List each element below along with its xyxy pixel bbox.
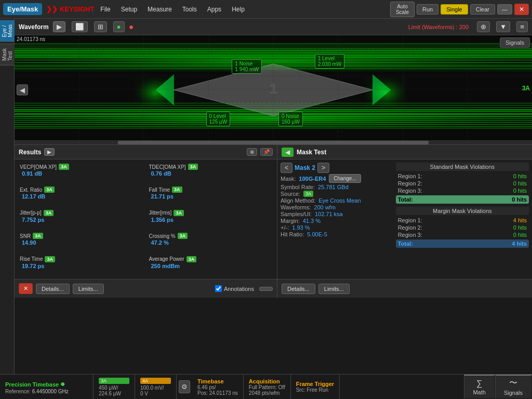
mask-source-badge: 3A bbox=[303, 191, 313, 197]
signals-dropdown[interactable]: Signals bbox=[500, 37, 530, 48]
settings-button[interactable]: ⚙ bbox=[179, 380, 190, 393]
std-region1-value: 0 hits bbox=[513, 173, 527, 179]
result-fall-time-value: 21.71 ps bbox=[149, 193, 272, 200]
result-rise-time-badge: 3A bbox=[45, 256, 55, 262]
results-limits-btn[interactable]: Limits... bbox=[73, 284, 104, 294]
eye-diagram: 1 bbox=[15, 35, 532, 144]
annotation-1-level-label: 1 Level bbox=[318, 56, 342, 61]
std-region2-label: Region 2: bbox=[398, 180, 422, 187]
margin-total-label: Total: bbox=[398, 241, 413, 247]
result-jitter-rms: Jitter[rms] 3A 1.356 ps bbox=[147, 209, 274, 230]
run-button[interactable]: Run bbox=[417, 4, 438, 15]
signals-label: Signals bbox=[504, 390, 523, 396]
align-label: Align Method: bbox=[281, 197, 315, 204]
results-details-btn[interactable]: Details... bbox=[36, 284, 70, 294]
mask-test-footer: Details... Limits... bbox=[277, 279, 532, 298]
result-jitter-pp-badge: 3A bbox=[44, 210, 54, 216]
margin-pm-label: +/-: bbox=[281, 224, 289, 231]
mask-current-label: Mask 2 bbox=[295, 164, 315, 171]
result-crossing-value: 47.2 % bbox=[149, 240, 272, 246]
waveform-chevron-btn[interactable]: ▼ bbox=[496, 21, 510, 32]
results-play-btn[interactable]: ▶ bbox=[44, 148, 55, 156]
mask-nav-next[interactable]: > bbox=[317, 163, 329, 173]
annotation-0-noise-label: 0 Noise bbox=[282, 113, 300, 119]
waveform-settings-btn[interactable]: ⊕ bbox=[477, 21, 490, 32]
annotations-toggle-btn[interactable] bbox=[259, 287, 273, 291]
mask-test-title: Mask Test bbox=[297, 149, 326, 156]
ch3a-power1: 450 µW/ bbox=[99, 385, 129, 391]
eye-diagram-svg: 1 bbox=[15, 35, 532, 144]
waveforms-value: 200 wfm bbox=[314, 204, 336, 210]
clear-button[interactable]: Clear bbox=[470, 4, 495, 15]
ch3a-badge: 3A bbox=[99, 378, 129, 384]
mask-test-panel: ◀ Mask Test < Mask 2 > Mask: bbox=[277, 145, 532, 298]
menu-apps[interactable]: Apps bbox=[203, 4, 225, 15]
waveform-color-btn[interactable]: ● bbox=[113, 21, 125, 32]
scrollbar-thumb[interactable] bbox=[118, 141, 429, 144]
menu-file[interactable]: File bbox=[96, 4, 114, 15]
math-button[interactable]: ∑ Math bbox=[464, 375, 495, 399]
logo-button[interactable]: Eye/Mask bbox=[3, 3, 42, 15]
mask-id-value: 100G-ER4 bbox=[299, 176, 326, 182]
frame-trigger-section: Frame Trigger Src: Free Run bbox=[291, 375, 340, 399]
mask-test-header: ◀ Mask Test bbox=[277, 145, 532, 159]
menu-tools[interactable]: Tools bbox=[178, 4, 201, 15]
results-panel: Results ▶ ⊕ 📌 VECP[OMA XP] 3A 0.91 dB TD… bbox=[15, 145, 277, 298]
mask-nav-prev[interactable]: < bbox=[281, 163, 292, 173]
sidebar-tab-eye-meas[interactable]: Eye /Meas bbox=[0, 20, 16, 42]
annotations-checkbox-label[interactable]: Annotations bbox=[215, 285, 254, 292]
margin-total-value: 4 hits bbox=[512, 241, 527, 247]
scroll-left-btn[interactable]: ◀ bbox=[17, 85, 28, 96]
acq-full: Full Pattern: Off bbox=[249, 384, 285, 390]
main-content: Waveform ▶ ⬜ ⊞ ● ● Limit (Waveforms) : 2… bbox=[15, 19, 532, 374]
mask-details-btn[interactable]: Details... bbox=[282, 284, 315, 294]
results-clear-btn[interactable]: ✕ bbox=[19, 283, 33, 294]
signals-status-button[interactable]: 〜 Signals bbox=[495, 375, 532, 399]
annotations-checkbox[interactable] bbox=[215, 285, 222, 292]
margin-region2-label: Region 2: bbox=[398, 224, 422, 231]
margin-violation-2: Region 2: 0 hits bbox=[396, 224, 529, 231]
autoscale-button[interactable]: AutoScale bbox=[390, 2, 415, 17]
result-ext-ratio-label: Ext. Ratio 3A bbox=[20, 187, 143, 193]
result-crossing-label: Crossing % 3A bbox=[149, 233, 272, 239]
status-right-buttons: ∑ Math 〜 Signals bbox=[464, 375, 532, 399]
result-snr-value: 14.90 bbox=[20, 240, 143, 246]
waveform-play-button[interactable]: ▶ bbox=[53, 21, 65, 32]
mask-prev-btn[interactable]: ◀ bbox=[282, 148, 294, 157]
result-crossing: Crossing % 3A 47.2 % bbox=[147, 232, 274, 252]
result-fall-time-label: Fall Time 3A bbox=[149, 187, 272, 193]
samples-label: Samples/UI: bbox=[281, 211, 312, 217]
reference-label: Reference: bbox=[5, 389, 31, 394]
std-total-value: 0 hits bbox=[512, 196, 527, 203]
waveform-view-btn2[interactable]: ⊞ bbox=[94, 21, 107, 32]
std-region3-label: Region 3: bbox=[398, 188, 422, 194]
results-expand-btn[interactable]: ⊕ bbox=[247, 148, 257, 156]
frame-title: Frame Trigger bbox=[296, 381, 334, 387]
margin-value: 41.3 % bbox=[303, 218, 321, 224]
result-avg-power-badge: 3A bbox=[187, 256, 197, 262]
annotation-0-level-value: 125 µW bbox=[209, 119, 228, 125]
menu-measure[interactable]: Measure bbox=[143, 4, 176, 15]
standard-violations-title: Standard Mask Violations bbox=[396, 163, 529, 171]
waveform-menu-btn[interactable]: ≡ bbox=[516, 21, 528, 32]
menu-help[interactable]: Help bbox=[228, 4, 249, 15]
minimize-button[interactable]: — bbox=[497, 4, 512, 15]
results-grid: VECP[OMA XP] 3A 0.91 dB TDEC[OMA XP] 3A … bbox=[15, 159, 277, 279]
mask-limits-btn[interactable]: Limits... bbox=[318, 284, 350, 294]
result-snr-label: SNR 3A bbox=[20, 233, 143, 239]
waveform-view-btn1[interactable]: ⬜ bbox=[72, 21, 88, 32]
results-pin-btn[interactable]: 📌 bbox=[260, 148, 273, 156]
single-button[interactable]: Single bbox=[441, 4, 468, 15]
annotation-0-noise-value: 160 µW bbox=[282, 119, 300, 125]
result-ext-ratio: Ext. Ratio 3A 12.17 dB bbox=[18, 185, 145, 206]
mask-change-btn[interactable]: Change... bbox=[329, 174, 361, 183]
menu-setup[interactable]: Setup bbox=[117, 4, 141, 15]
horizontal-scrollbar[interactable] bbox=[15, 140, 532, 144]
precision-timebase-title: Precision Timebase bbox=[5, 381, 59, 388]
close-button[interactable]: ✕ bbox=[514, 4, 529, 15]
align-value: Eye Cross Mean bbox=[318, 197, 361, 204]
ch3a-power2: 224.6 µW bbox=[99, 391, 129, 396]
sidebar-tab-mask-test[interactable]: MaskTest bbox=[0, 44, 16, 65]
result-jitter-rms-value: 1.356 ps bbox=[149, 217, 272, 223]
acq-title: Acquisition bbox=[249, 378, 285, 384]
